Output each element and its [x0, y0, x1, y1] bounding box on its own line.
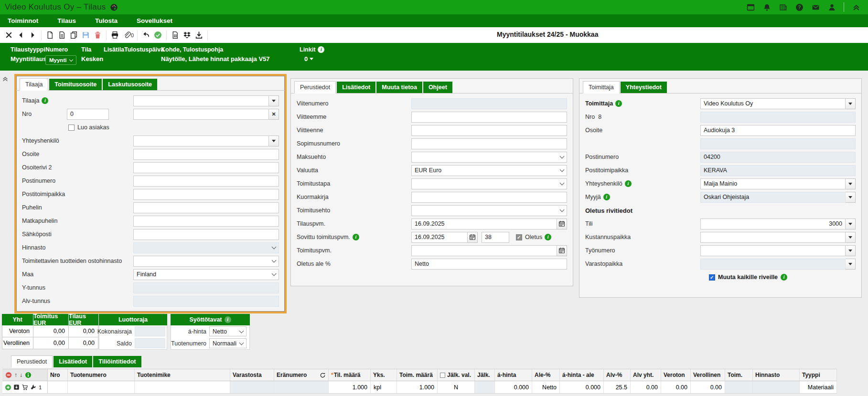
col-header-hinta-ale[interactable]: á-hinta - ale — [560, 369, 604, 381]
cell-j-lk-val[interactable]: N — [438, 381, 475, 393]
col-header-verollinen[interactable]: Verollinen — [691, 369, 725, 381]
info-icon[interactable]: i — [225, 316, 231, 323]
cell-ale[interactable]: Netto — [532, 381, 560, 393]
undo-icon[interactable] — [140, 29, 152, 42]
yhteyshenkil-input[interactable] — [700, 178, 846, 189]
yhteyshenkil-dropdown-button[interactable] — [846, 178, 856, 189]
valuutta-select[interactable]: EUR Euro — [411, 165, 567, 176]
s-hk-posti-input[interactable] — [133, 229, 279, 240]
chevrons-up-icon[interactable] — [852, 3, 860, 11]
toimitettavien-tuotteiden-ostohinnasto-select[interactable] — [133, 256, 279, 267]
luo-asiakas-checkbox[interactable] — [68, 125, 75, 131]
col-header-varastosta[interactable]: Varastosta — [230, 369, 274, 381]
nro-input[interactable] — [67, 109, 109, 120]
doc-lines-icon[interactable] — [56, 29, 68, 42]
col-header-j-lk-val[interactable]: Jälk. val. — [438, 369, 475, 381]
cell-toim[interactable] — [725, 381, 753, 393]
yhteyshenkil-input[interactable] — [133, 135, 269, 146]
collapse-header-icon[interactable] — [2, 75, 9, 82]
col-header-er-numero[interactable]: Eränumero — [274, 369, 329, 381]
col-header-nro[interactable]: Nro — [48, 369, 68, 381]
customer-name-input[interactable] — [133, 109, 269, 120]
info-icon[interactable]: i — [353, 234, 359, 240]
postinumero-input[interactable] — [700, 152, 856, 163]
toimituspvm-calendar-button[interactable] — [557, 245, 567, 256]
osoiterivi-2-input[interactable] — [133, 162, 279, 173]
y-tunnus-input[interactable] — [133, 282, 279, 293]
cell-til-m-r[interactable]: 1.000 — [329, 381, 371, 393]
minus-circle-icon[interactable] — [5, 372, 12, 378]
info-icon[interactable]: i — [318, 46, 324, 53]
col-header-alv[interactable]: Alv-% — [604, 369, 631, 381]
sovittu-toimituspvm-input[interactable] — [411, 232, 468, 243]
lines-tab-tili-intitiedot[interactable]: Tiliöintitiedot — [93, 356, 141, 367]
user-icon[interactable] — [827, 3, 836, 11]
tili-dropdown-button[interactable] — [846, 219, 856, 229]
menu-toiminnot[interactable]: Toiminnot — [8, 17, 38, 24]
col-header-tuotenumero[interactable]: Tuotenumero — [68, 369, 135, 381]
postitoimipaikka-input[interactable] — [700, 165, 856, 176]
jalk-val-checkbox[interactable] — [440, 373, 445, 378]
alv-tunnus-input[interactable] — [133, 296, 279, 307]
hinnasto-select[interactable] — [133, 242, 279, 253]
postinumero-input[interactable] — [133, 176, 279, 187]
myyj-input[interactable] — [700, 192, 846, 203]
col-header-hinnasto[interactable]: Hinnasto — [753, 369, 800, 381]
kuormakirja-input[interactable] — [411, 192, 567, 203]
links-dropdown[interactable]: 0 — [304, 55, 324, 63]
col-header-hinta[interactable]: á-hinta — [495, 369, 532, 381]
cell-tuotenimike[interactable] — [135, 381, 230, 393]
col-header-ale[interactable]: Ale-% — [532, 369, 560, 381]
number-series-select[interactable]: Myynti — [45, 55, 76, 65]
oletus-ale-input[interactable] — [411, 259, 567, 270]
toimitustapa-select[interactable] — [411, 178, 567, 189]
cell-toim-m-r[interactable]: 1.000 — [397, 381, 438, 393]
col-header-alv-yht[interactable]: Alv yht. — [631, 369, 661, 381]
myyj-dropdown-button[interactable] — [846, 192, 856, 203]
toimittaja-input[interactable] — [700, 98, 846, 109]
col-header-til-m-r[interactable]: *Til. määrä — [329, 369, 371, 381]
sopimusnumero-input[interactable] — [411, 138, 567, 149]
close-icon[interactable] — [3, 29, 15, 42]
wrench-icon[interactable] — [30, 384, 36, 390]
toimituspvm-input[interactable] — [411, 245, 557, 256]
col-header-toim-m-r[interactable]: Toim. määrä — [397, 369, 438, 381]
order-tab-perustiedot[interactable]: Perustiedot — [294, 81, 336, 94]
col-header-veroton[interactable]: Veroton — [661, 369, 691, 381]
refresh-icon[interactable] — [320, 372, 326, 378]
tilauspvm-calendar-button[interactable] — [557, 219, 567, 229]
toimittaja-dropdown-button[interactable] — [846, 98, 856, 109]
col-header-j-lk[interactable]: Jälk. — [475, 369, 495, 381]
viitenumero-input[interactable] — [411, 98, 567, 109]
line-item-row[interactable]: 11.000kpl1.000N0.000Netto0.00025.50.000.… — [2, 381, 837, 394]
supplier-tab-toimittaja[interactable]: Toimittaja — [583, 81, 620, 94]
info-icon[interactable]: i — [545, 234, 551, 240]
maksuehto-select[interactable] — [411, 152, 567, 163]
col-header-tuotenimike[interactable]: Tuotenimike — [135, 369, 230, 381]
cell-hinta-ale[interactable]: 0.000 — [560, 381, 604, 393]
cell-alv[interactable]: 25.5 — [604, 381, 631, 393]
print-icon[interactable] — [109, 29, 121, 42]
viitteenne-input[interactable] — [411, 125, 567, 136]
menu-sovellukset[interactable]: Sovellukset — [137, 17, 172, 24]
col-header-tyyppi[interactable]: Tyyppi — [800, 369, 837, 381]
order-tab-lis-tiedot[interactable]: Lisätiedot — [337, 82, 375, 93]
nro-input[interactable] — [700, 112, 856, 123]
puhelin-input[interactable] — [133, 202, 279, 213]
lines-tab-perustiedot[interactable]: Perustiedot — [11, 355, 53, 368]
info-icon[interactable]: i — [625, 180, 632, 187]
dropbox-icon[interactable] — [181, 29, 193, 42]
tilaaja-input[interactable] — [133, 95, 269, 106]
customer-tab-toimitusosoite[interactable]: Toimitusosoite — [49, 79, 102, 90]
matkapuhelin-input[interactable] — [133, 216, 279, 227]
col-header-toim[interactable]: Toim. — [725, 369, 753, 381]
check-icon[interactable] — [152, 29, 164, 42]
lines-tab-lis-tiedot[interactable]: Lisätiedot — [54, 356, 92, 367]
cell-hinnasto[interactable] — [753, 381, 800, 393]
move-down-icon[interactable]: ↓ — [20, 372, 22, 378]
osoite-input[interactable] — [700, 125, 856, 136]
news-icon[interactable] — [779, 3, 787, 11]
ty-numero-input[interactable] — [700, 245, 846, 256]
col-header-yks[interactable]: Yks. — [371, 369, 397, 381]
oletus-checkbox[interactable] — [516, 234, 522, 240]
